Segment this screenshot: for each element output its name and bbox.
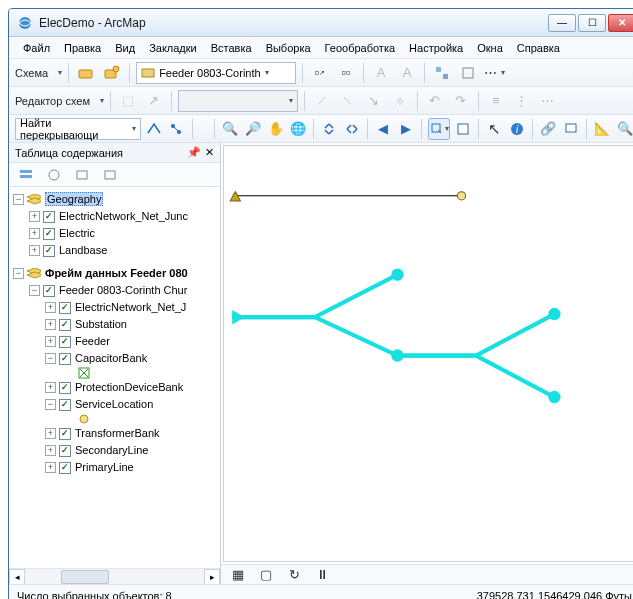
tree-row[interactable] xyxy=(11,413,218,425)
edit-vertices-button[interactable]: ↗ xyxy=(143,90,165,112)
full-extent-button[interactable]: 🌐 xyxy=(289,118,308,140)
expand-icon[interactable]: + xyxy=(45,462,56,473)
checkbox-icon[interactable]: ✓ xyxy=(59,382,71,394)
more-options-button[interactable]: ⋯▾ xyxy=(483,62,505,84)
pin-icon[interactable]: 📌 xyxy=(187,146,201,159)
maximize-button[interactable]: ☐ xyxy=(578,14,606,32)
expand-icon[interactable]: + xyxy=(45,445,56,456)
alg3-button[interactable]: ↘ xyxy=(363,90,385,112)
expand-icon[interactable]: + xyxy=(45,302,56,313)
new-schematic-button[interactable] xyxy=(101,62,123,84)
identify-button[interactable]: i xyxy=(508,118,527,140)
font-smaller-button[interactable]: A xyxy=(370,62,392,84)
layout-view-icon[interactable]: ▢ xyxy=(255,564,277,586)
checkbox-icon[interactable]: ✓ xyxy=(59,319,71,331)
rot-right-button[interactable]: ↷ xyxy=(450,90,472,112)
measure-button[interactable]: 📐 xyxy=(593,118,612,140)
menu-geoprocessing[interactable]: Геообработка xyxy=(319,40,402,56)
tree-row[interactable]: −✓CapacitorBank xyxy=(11,350,218,367)
clear-selection-button[interactable] xyxy=(454,118,473,140)
list-by-selection-icon[interactable] xyxy=(99,164,121,186)
hyperlink-button[interactable]: 🔗 xyxy=(539,118,558,140)
tree-row[interactable]: +✓ElectricNetwork_Net_J xyxy=(11,299,218,316)
expand-icon[interactable]: + xyxy=(29,245,40,256)
expand-icon[interactable]: + xyxy=(45,428,56,439)
tree-row[interactable]: +✓ElectricNetwork_Net_Junc xyxy=(11,208,218,225)
schema-caret-icon[interactable]: ▾ xyxy=(58,68,62,77)
fixed-zoom-in-button[interactable] xyxy=(320,118,339,140)
checkbox-icon[interactable]: ✓ xyxy=(59,302,71,314)
pause-draw-icon[interactable]: ⏸ xyxy=(311,564,333,586)
close-button[interactable]: ✕ xyxy=(608,14,633,32)
tree-row[interactable]: −✓Feeder 0803-Corinth Chur xyxy=(11,282,218,299)
tree-row[interactable]: +✓SecondaryLine xyxy=(11,442,218,459)
tree-row[interactable]: −Geography xyxy=(11,191,218,208)
menu-edit[interactable]: Правка xyxy=(58,40,107,56)
checkbox-icon[interactable]: ✓ xyxy=(59,428,71,440)
trace-button[interactable] xyxy=(145,118,164,140)
tree-row[interactable]: +✓PrimaryLine xyxy=(11,459,218,476)
checkbox-icon[interactable]: ✓ xyxy=(43,228,55,240)
expand-icon[interactable]: + xyxy=(45,336,56,347)
scroll-right-icon[interactable]: ▸ xyxy=(204,569,220,585)
expand-icon[interactable]: + xyxy=(45,319,56,330)
menu-customize[interactable]: Настройка xyxy=(403,40,469,56)
list-by-source-icon[interactable] xyxy=(43,164,65,186)
trace2-button[interactable] xyxy=(167,118,186,140)
scroll-left-icon[interactable]: ◂ xyxy=(9,569,25,585)
distribute-button[interactable]: ⋮ xyxy=(511,90,533,112)
tree-row[interactable] xyxy=(11,367,218,379)
prev-extent-button[interactable]: ◀ xyxy=(374,118,393,140)
checkbox-icon[interactable]: ✓ xyxy=(43,285,55,297)
checkbox-icon[interactable]: ✓ xyxy=(43,245,55,257)
expand-icon[interactable]: + xyxy=(29,228,40,239)
menu-bookmarks[interactable]: Закладки xyxy=(143,40,203,56)
list-by-visibility-icon[interactable] xyxy=(71,164,93,186)
tree-row[interactable]: −✓ServiceLocation xyxy=(11,396,218,413)
layer-selector[interactable]: Feeder 0803-Corinth ▾ xyxy=(136,62,296,84)
tree-row[interactable]: +✓TransformerBank xyxy=(11,425,218,442)
next-extent-button[interactable]: ▶ xyxy=(397,118,416,140)
assoc-features-button[interactable] xyxy=(431,62,453,84)
menu-insert[interactable]: Вставка xyxy=(205,40,258,56)
find-overlapping-combo[interactable]: Найти перекрывающи▾ xyxy=(15,118,141,140)
find-button[interactable]: 🔍 xyxy=(615,118,633,140)
tree-row[interactable]: +✓Electric xyxy=(11,225,218,242)
scroll-thumb[interactable] xyxy=(61,570,109,584)
font-larger-button[interactable]: A xyxy=(396,62,418,84)
tree-row[interactable]: +✓Feeder xyxy=(11,333,218,350)
clear-assoc-button[interactable] xyxy=(457,62,479,84)
propagate-button[interactable]: ▫↗ xyxy=(309,62,331,84)
checkbox-icon[interactable]: ✓ xyxy=(43,211,55,223)
editor-caret-icon[interactable]: ▾ xyxy=(100,96,104,105)
toc-close-icon[interactable]: ✕ xyxy=(205,146,214,159)
alg4-button[interactable]: ⟐ xyxy=(389,90,411,112)
collapse-icon[interactable]: − xyxy=(13,194,24,205)
list-by-drawing-icon[interactable] xyxy=(15,164,37,186)
select-elements-button[interactable]: ↖ xyxy=(485,118,504,140)
checkbox-icon[interactable]: ✓ xyxy=(59,336,71,348)
expand-icon[interactable]: + xyxy=(45,382,56,393)
open-schematic-button[interactable] xyxy=(75,62,97,84)
tree-row[interactable]: +✓ProtectionDeviceBank xyxy=(11,379,218,396)
menu-help[interactable]: Справка xyxy=(511,40,566,56)
tree-row[interactable]: −Фрейм данных Feeder 080 xyxy=(11,265,218,282)
checkbox-icon[interactable]: ✓ xyxy=(59,462,71,474)
pan-button[interactable]: ✋ xyxy=(266,118,285,140)
menu-windows[interactable]: Окна xyxy=(471,40,509,56)
checkbox-icon[interactable]: ✓ xyxy=(59,399,71,411)
alg1-button[interactable]: ⟋ xyxy=(311,90,333,112)
data-view-icon[interactable]: ▦ xyxy=(227,564,249,586)
checkbox-icon[interactable]: ✓ xyxy=(59,353,71,365)
collapse-icon[interactable]: − xyxy=(29,285,40,296)
map-canvas[interactable] xyxy=(223,145,633,562)
collapse-icon[interactable]: − xyxy=(45,353,56,364)
collapse-icon[interactable]: − xyxy=(45,399,56,410)
zoom-in-button[interactable]: 🔍 xyxy=(221,118,240,140)
alg2-button[interactable]: ⟍ xyxy=(337,90,359,112)
zoom-out-button[interactable]: 🔎 xyxy=(244,118,263,140)
menu-file[interactable]: Файл xyxy=(17,40,56,56)
tree-row[interactable]: +✓Landbase xyxy=(11,242,218,259)
more-edit-button[interactable]: ⋯ xyxy=(537,90,559,112)
minimize-button[interactable]: — xyxy=(548,14,576,32)
